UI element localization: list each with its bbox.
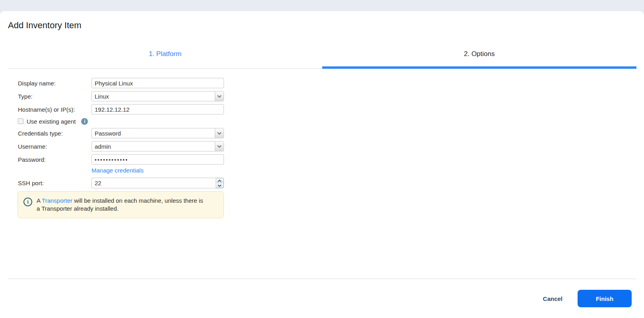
tab-options[interactable]: 2. Options (322, 50, 636, 69)
credentials-type-row: Credentials type: (18, 128, 644, 138)
manage-credentials-link[interactable]: Manage credentials (91, 167, 144, 174)
chevron-down-icon (217, 95, 222, 98)
username-select[interactable] (91, 141, 224, 151)
use-existing-agent-row: Use existing agent i (18, 117, 644, 125)
ssh-port-field[interactable] (91, 178, 224, 188)
credentials-type-select-trigger[interactable] (215, 128, 224, 138)
ssh-port-row: SSH port: (18, 178, 644, 188)
type-row: Type: (18, 91, 644, 101)
username-select-trigger[interactable] (215, 142, 224, 151)
hostname-label: Hostname(s) or IP(s): (18, 106, 91, 113)
transporter-link[interactable]: Transporter (42, 197, 72, 204)
note-prefix: A (37, 197, 42, 204)
spinner-down-button[interactable] (216, 183, 224, 188)
hostname-row: Hostname(s) or IP(s): (18, 104, 644, 114)
dialog-title: Add Inventory Item (8, 21, 644, 30)
tab-platform[interactable]: 1. Platform (8, 50, 322, 69)
chevron-up-icon (218, 180, 222, 182)
type-label: Type: (18, 93, 91, 100)
username-label: Username: (18, 143, 91, 150)
transporter-note-text: A Transporter will be installed on each … (37, 197, 208, 213)
display-name-field[interactable] (91, 78, 224, 88)
use-existing-agent-checkbox[interactable] (18, 118, 23, 124)
hostname-field[interactable] (91, 104, 224, 114)
password-field[interactable] (91, 154, 224, 165)
type-select-trigger[interactable] (215, 91, 224, 101)
ssh-port-spinner (216, 178, 224, 188)
credentials-type-select[interactable] (91, 128, 224, 138)
username-row: Username: (18, 141, 644, 151)
add-inventory-item-dialog: Add Inventory Item 1. Platform 2. Option… (0, 11, 644, 318)
transporter-note: i A Transporter will be installed on eac… (18, 191, 224, 218)
spinner-up-button[interactable] (216, 178, 224, 183)
info-outline-icon: i (23, 198, 32, 206)
password-row: Password: (18, 154, 644, 165)
chevron-down-icon (218, 184, 222, 187)
display-name-row: Display name: (18, 78, 644, 88)
use-existing-agent-label[interactable]: Use existing agent (27, 118, 76, 125)
cancel-button[interactable]: Cancel (539, 293, 566, 304)
wizard-tabstrip: 1. Platform 2. Options (8, 50, 636, 69)
chevron-down-icon (217, 145, 222, 148)
tab-platform-label: 1. Platform (149, 50, 181, 58)
tab-options-label: 2. Options (464, 50, 495, 58)
manage-credentials-row: Manage credentials (18, 167, 644, 174)
options-form: Display name: Type: Hostname(s) or IP(s)… (0, 78, 644, 218)
password-label: Password: (18, 156, 91, 163)
finish-button[interactable]: Finish (578, 290, 632, 307)
chevron-down-icon (217, 132, 222, 135)
dialog-footer: Cancel Finish (8, 279, 636, 318)
ssh-port-label: SSH port: (18, 180, 91, 186)
credentials-type-label: Credentials type: (18, 130, 91, 137)
type-select[interactable] (91, 91, 224, 101)
display-name-label: Display name: (18, 80, 91, 87)
info-icon[interactable]: i (81, 118, 88, 125)
